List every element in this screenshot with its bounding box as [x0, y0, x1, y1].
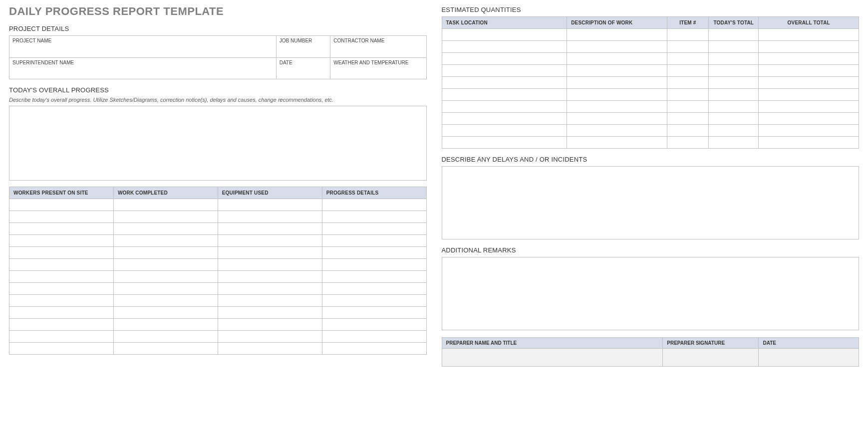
table-cell[interactable] — [442, 101, 567, 113]
table-cell[interactable] — [759, 113, 859, 125]
table-cell[interactable] — [567, 53, 667, 65]
table-cell[interactable] — [322, 223, 426, 235]
table-cell[interactable] — [113, 199, 218, 211]
table-cell[interactable] — [709, 89, 759, 101]
table-cell[interactable] — [113, 235, 218, 247]
table-cell[interactable] — [667, 65, 709, 77]
table-cell[interactable] — [9, 331, 114, 343]
table-cell[interactable] — [322, 331, 426, 343]
overall-progress-box[interactable] — [9, 106, 427, 181]
table-cell[interactable] — [9, 319, 114, 331]
contractor-name-field[interactable] — [330, 43, 426, 57]
table-cell[interactable] — [567, 101, 667, 113]
table-cell[interactable] — [322, 307, 426, 319]
table-cell[interactable] — [322, 319, 426, 331]
table-cell[interactable] — [759, 41, 859, 53]
table-cell[interactable] — [567, 137, 667, 149]
table-cell[interactable] — [218, 271, 322, 283]
table-cell[interactable] — [218, 247, 322, 259]
table-cell[interactable] — [442, 125, 567, 137]
table-cell[interactable] — [113, 259, 218, 271]
table-cell[interactable] — [709, 53, 759, 65]
table-cell[interactable] — [442, 77, 567, 89]
table-cell[interactable] — [442, 65, 567, 77]
table-cell[interactable] — [9, 295, 114, 307]
table-cell[interactable] — [113, 223, 218, 235]
superintendent-field[interactable] — [9, 65, 277, 79]
table-cell[interactable] — [759, 89, 859, 101]
table-cell[interactable] — [113, 283, 218, 295]
table-cell[interactable] — [709, 113, 759, 125]
table-cell[interactable] — [322, 283, 426, 295]
table-cell[interactable] — [113, 307, 218, 319]
table-cell[interactable] — [442, 89, 567, 101]
table-cell[interactable] — [322, 295, 426, 307]
table-cell[interactable] — [322, 343, 426, 355]
table-cell[interactable] — [322, 211, 426, 223]
table-cell[interactable] — [567, 89, 667, 101]
table-cell[interactable] — [9, 307, 114, 319]
table-cell[interactable] — [113, 343, 218, 355]
table-cell[interactable] — [9, 271, 114, 283]
table-cell[interactable] — [442, 53, 567, 65]
table-cell[interactable] — [113, 271, 218, 283]
table-cell[interactable] — [667, 101, 709, 113]
table-cell[interactable] — [9, 283, 114, 295]
table-cell[interactable] — [709, 137, 759, 149]
remarks-box[interactable] — [442, 257, 860, 330]
table-cell[interactable] — [322, 259, 426, 271]
table-cell[interactable] — [667, 89, 709, 101]
table-cell[interactable] — [218, 199, 322, 211]
table-cell[interactable] — [759, 137, 859, 149]
table-cell[interactable] — [218, 319, 322, 331]
job-number-field[interactable] — [276, 43, 330, 57]
table-cell[interactable] — [218, 295, 322, 307]
table-cell[interactable] — [218, 331, 322, 343]
table-cell[interactable] — [667, 41, 709, 53]
table-cell[interactable] — [667, 125, 709, 137]
table-cell[interactable] — [759, 29, 859, 41]
table-cell[interactable] — [667, 53, 709, 65]
table-cell[interactable] — [759, 65, 859, 77]
table-cell[interactable] — [442, 41, 567, 53]
table-cell[interactable] — [709, 101, 759, 113]
table-cell[interactable] — [9, 211, 114, 223]
table-cell[interactable] — [667, 113, 709, 125]
table-cell[interactable] — [709, 125, 759, 137]
table-cell[interactable] — [9, 247, 114, 259]
delays-box[interactable] — [442, 166, 860, 239]
table-cell[interactable] — [9, 235, 114, 247]
table-cell[interactable] — [567, 125, 667, 137]
table-cell[interactable] — [567, 77, 667, 89]
date-field[interactable] — [276, 65, 330, 79]
table-cell[interactable] — [759, 77, 859, 89]
table-cell[interactable] — [442, 113, 567, 125]
table-cell[interactable] — [113, 319, 218, 331]
table-cell[interactable] — [218, 211, 322, 223]
table-cell[interactable] — [113, 295, 218, 307]
table-cell[interactable] — [442, 29, 567, 41]
table-cell[interactable] — [709, 29, 759, 41]
table-cell[interactable] — [113, 331, 218, 343]
table-cell[interactable] — [759, 101, 859, 113]
preparer-cell[interactable] — [663, 349, 759, 367]
table-cell[interactable] — [218, 343, 322, 355]
table-cell[interactable] — [218, 307, 322, 319]
table-cell[interactable] — [567, 29, 667, 41]
table-cell[interactable] — [709, 65, 759, 77]
table-cell[interactable] — [218, 259, 322, 271]
table-cell[interactable] — [667, 77, 709, 89]
table-cell[interactable] — [667, 137, 709, 149]
table-cell[interactable] — [759, 125, 859, 137]
table-cell[interactable] — [322, 271, 426, 283]
table-cell[interactable] — [567, 113, 667, 125]
table-cell[interactable] — [113, 247, 218, 259]
table-cell[interactable] — [9, 343, 114, 355]
table-cell[interactable] — [322, 247, 426, 259]
table-cell[interactable] — [759, 53, 859, 65]
preparer-cell[interactable] — [759, 349, 859, 367]
preparer-cell[interactable] — [442, 349, 663, 367]
table-cell[interactable] — [218, 283, 322, 295]
table-cell[interactable] — [322, 199, 426, 211]
table-cell[interactable] — [9, 259, 114, 271]
